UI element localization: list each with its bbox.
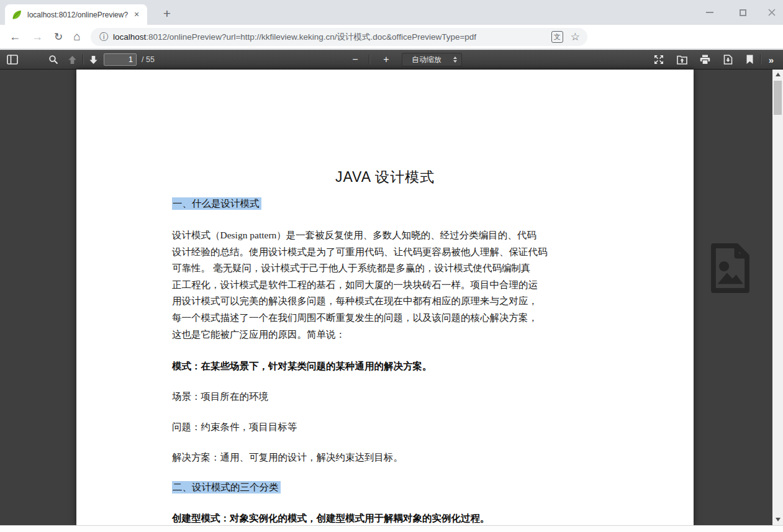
scrollbar-thumb[interactable] (774, 81, 782, 115)
tab-close-icon[interactable]: × (131, 9, 142, 20)
minimize-button[interactable] (700, 7, 719, 17)
close-icon (767, 8, 776, 17)
toolbar-divider (83, 55, 83, 65)
browser-window: localhost:8012/onlinePreview? × + ← → ↻ … (0, 0, 783, 532)
scroll-up-icon[interactable] (776, 73, 781, 76)
tab-title: localhost:8012/onlinePreview? (27, 11, 131, 19)
pdf-page: JAVA 设计模式 一、什么是设计模式 设计模式（Design pattern）… (76, 70, 694, 525)
zoom-in-button[interactable]: + (380, 53, 392, 66)
page-up-icon[interactable] (66, 53, 78, 66)
spring-leaf-favicon (12, 10, 22, 20)
forward-icon[interactable]: → (29, 25, 45, 48)
close-button[interactable] (763, 7, 781, 17)
bookmark-icon[interactable] (743, 53, 756, 66)
new-tab-button[interactable]: + (158, 6, 176, 23)
pdf-toolbar: / 55 − + 自动缩放 » (0, 50, 783, 70)
page-down-icon[interactable] (87, 53, 99, 66)
zoom-select[interactable]: 自动缩放 (402, 53, 462, 66)
toolbar-divider (760, 55, 761, 65)
url-text: localhost:8012/onlinePreview?url=http://… (113, 32, 551, 43)
document-heading-2: 二、设计模式的三个分类 (172, 481, 281, 494)
toolbar-divider (369, 55, 369, 65)
document-title: JAVA 设计模式 (76, 168, 694, 187)
presentation-mode-icon[interactable] (653, 53, 665, 66)
maximize-icon (740, 9, 746, 16)
open-file-icon[interactable] (676, 53, 688, 66)
pdf-viewer[interactable]: JAVA 设计模式 一、什么是设计模式 设计模式（Design pattern）… (0, 70, 772, 525)
scroll-down-icon[interactable] (776, 518, 781, 521)
back-icon[interactable]: ← (7, 25, 23, 48)
page-count-label: / 55 (142, 55, 155, 64)
browser-tab[interactable]: localhost:8012/onlinePreview? × (5, 4, 147, 25)
zoom-out-button[interactable]: − (349, 53, 361, 66)
sidebar-toggle-icon[interactable] (6, 53, 19, 66)
vertical-scrollbar[interactable] (772, 70, 783, 525)
url-host: localhost (113, 32, 146, 42)
tab-strip: localhost:8012/onlinePreview? × + (0, 0, 783, 25)
chevron-updown-icon (451, 56, 459, 63)
document-heading-1: 一、什么是设计模式 (172, 197, 261, 210)
bookmark-star-icon[interactable]: ☆ (571, 30, 580, 43)
more-tools-icon[interactable]: » (765, 53, 777, 66)
translate-page-icon[interactable]: 文 (551, 31, 563, 43)
image-placeholder-icon (708, 242, 753, 294)
info-icon[interactable]: ⓘ (99, 32, 108, 43)
url-path: :8012/onlinePreview?url=http://kkfilevie… (146, 32, 476, 42)
reload-icon[interactable]: ↻ (50, 25, 66, 48)
print-icon[interactable] (699, 53, 711, 66)
bottom-strip (0, 525, 783, 532)
search-icon[interactable] (47, 53, 60, 66)
document-bold-creational: 创建型模式：对象实例化的模式，创建型模式用于解耦对象的实例化过程。 (172, 512, 490, 525)
page-number-input[interactable] (104, 53, 137, 66)
maximize-button[interactable] (733, 7, 752, 17)
address-bar: ← → ↻ ⌂ ⓘ localhost:8012/onlinePreview?u… (0, 25, 783, 49)
download-icon[interactable] (722, 53, 734, 66)
document-bold-pattern: 模式：在某些场景下，针对某类问题的某种通用的解决方案。 (172, 360, 432, 373)
url-input[interactable]: ⓘ localhost:8012/onlinePreview?url=http:… (91, 28, 587, 46)
document-line-problem: 问题：约束条件，项目目标等 (172, 421, 297, 434)
document-paragraph: 设计模式（Design pattern）是一套被反复使用、多数人知晓的、经过分类… (172, 227, 548, 343)
home-icon[interactable]: ⌂ (69, 25, 85, 48)
zoom-select-value: 自动缩放 (402, 55, 451, 65)
minimize-icon (706, 12, 713, 13)
document-line-scene: 场景：项目所在的环境 (172, 390, 268, 404)
document-line-solution: 解决方案：通用、可复用的设计，解决约束达到目标。 (172, 451, 403, 464)
